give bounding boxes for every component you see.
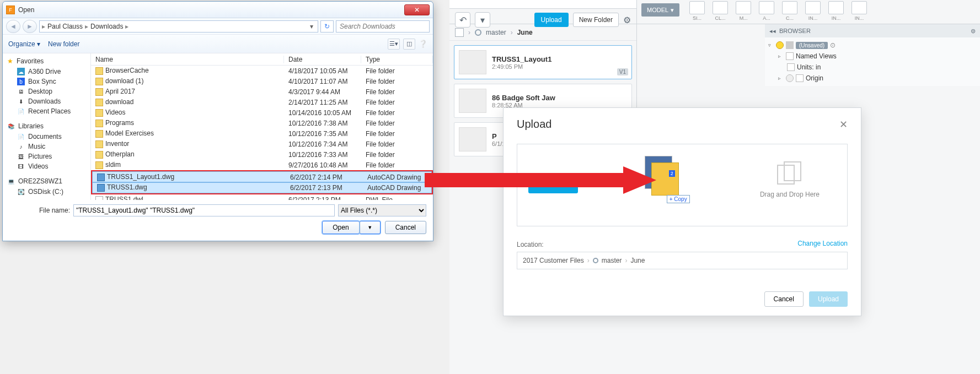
nav-documents[interactable]: 📄Documents (3, 132, 90, 142)
tree-origin[interactable]: ▹Origin (768, 73, 977, 84)
nav-music[interactable]: ♪Music (3, 142, 90, 151)
select-files-button[interactable]: Select Files (528, 177, 578, 193)
file-row[interactable]: Model Exercises 10/12/2016 7:35 AM File … (91, 128, 433, 139)
help-icon[interactable]: ❔ (419, 40, 427, 48)
filename-label: File name: (9, 207, 70, 214)
tree-named-views[interactable]: ▹Named Views (768, 51, 977, 62)
view-menu[interactable]: ☰▾ (388, 39, 400, 50)
file-row[interactable]: TRUSS1_Layout1.dwg 6/2/2017 2:14 PM Auto… (93, 172, 431, 182)
upload-modal: Upload ✕ Select Files or 2 + Copy Drag a… (503, 107, 861, 316)
col-date[interactable]: Date (284, 56, 361, 63)
tree-root[interactable]: ▿(Unsaved)⊙ (768, 40, 977, 51)
branch-icon (475, 29, 481, 36)
file-row[interactable]: TRUSS1.dwl 6/2/2017 2:13 PM DWL File (91, 194, 433, 200)
dialog-toolbar: Organize ▾ New folder ☰▾ ◫ ❔ (3, 35, 433, 53)
home-icon[interactable] (455, 28, 464, 37)
tree-units[interactable]: Units: in (768, 62, 977, 73)
upload-submit-button[interactable]: Upload (809, 291, 848, 307)
refresh-button[interactable]: ↻ (320, 20, 334, 32)
close-button[interactable]: ✕ (404, 4, 430, 15)
window-title: Open (18, 6, 404, 14)
nav-box[interactable]: bBox Sync (3, 77, 90, 86)
file-row[interactable]: April 2017 4/3/2017 9:44 AM File folder (91, 86, 433, 97)
file-row[interactable]: sldim 9/27/2016 10:48 AM File folder (91, 160, 433, 170)
ribbon-tool[interactable]: A... (756, 1, 778, 21)
nav-recent[interactable]: 📄Recent Places (3, 106, 90, 116)
crumb-user[interactable]: Paul Clauss (45, 23, 85, 30)
cancel-button[interactable]: Cancel (385, 221, 426, 234)
change-location-link[interactable]: Change Location (797, 240, 848, 247)
file-list: Name Date Type BrowserCache 4/18/2017 10… (91, 53, 433, 200)
data-breadcrumb: › master› June (449, 24, 636, 41)
card-thumbnail (459, 89, 486, 113)
browser-panel: ◂◂ BROWSER ⊜ ▿(Unsaved)⊙ ▹Named Views Un… (765, 24, 980, 86)
drop-zone[interactable]: Select Files or 2 + Copy Drag and Drop H… (517, 144, 848, 226)
file-row[interactable]: download 2/14/2017 11:25 AM File folder (91, 97, 433, 107)
file-row[interactable]: download (1) 4/10/2017 11:07 AM File fol… (91, 76, 433, 86)
open-dropdown[interactable]: ▼ (360, 221, 381, 234)
nav-a360[interactable]: ☁A360 Drive (3, 67, 90, 77)
filter-select[interactable]: All Files (*.*) (338, 204, 426, 216)
file-row[interactable]: Videos 10/14/2016 10:05 AM File folder (91, 107, 433, 118)
file-row[interactable]: TRUSS1.dwg 6/2/2017 2:13 PM AutoCAD Draw… (93, 182, 431, 193)
copy-tooltip: + Copy (667, 195, 690, 203)
crumb-june[interactable]: June (517, 29, 533, 36)
app-icon: F (6, 6, 15, 14)
open-file-dialog: F Open ✕ ◄ ► ▸ Paul Clauss ▸ Downloads ▸… (2, 1, 433, 241)
browser-collapse-icon[interactable]: ◂◂ (769, 28, 776, 35)
workspace-switcher[interactable]: MODEL ▾ (641, 3, 679, 17)
browser-title: BROWSER (779, 28, 811, 34)
crumb-master[interactable]: master (486, 29, 506, 36)
drop-icon (773, 161, 806, 187)
back-button[interactable]: ◄ (6, 20, 20, 33)
ribbon-tool[interactable]: C... (779, 1, 801, 21)
nav-computer[interactable]: 💻ORE2ZS8WZ1 (3, 176, 90, 187)
design-card[interactable]: TRUSS1_Layout12:49:05 PM V1 (454, 45, 632, 79)
file-row[interactable]: BrowserCache 4/18/2017 10:05 AM File fol… (91, 66, 433, 76)
filename-input[interactable] (73, 204, 335, 216)
address-dropdown-icon[interactable]: ▾ (308, 23, 315, 30)
ribbon-tool[interactable]: CL... (709, 1, 731, 21)
ribbon-tool[interactable]: IN... (825, 1, 847, 21)
forward-button[interactable]: ► (23, 20, 37, 33)
ribbon-tool[interactable]: IN... (848, 1, 870, 21)
nav-row: ◄ ► ▸ Paul Clauss ▸ Downloads ▸ ▾ ↻ (3, 18, 433, 35)
col-name[interactable]: Name (91, 56, 284, 63)
ribbon-tool[interactable]: SI... (686, 1, 708, 21)
card-thumbnail (459, 50, 486, 74)
open-button[interactable]: Open (322, 221, 359, 234)
nav-videos[interactable]: 🎞Videos (3, 161, 90, 171)
nav-desktop[interactable]: 🖥Desktop (3, 86, 90, 96)
data-panel-tabs[interactable] (449, 0, 636, 9)
file-row[interactable]: Otherplan 10/12/2016 7:33 AM File folder (91, 149, 433, 160)
col-type[interactable]: Type (361, 56, 433, 63)
ribbon: MODEL ▾ SI...CL...M...A...C...IN...IN...… (637, 0, 980, 24)
titlebar[interactable]: F Open ✕ (3, 2, 433, 18)
search-input[interactable] (336, 20, 430, 32)
nav-pane: ★Favorites ☁A360 Drive bBox Sync 🖥Deskto… (3, 53, 91, 200)
crumb-folder[interactable]: Downloads (88, 23, 125, 30)
upload-cancel-button[interactable]: Cancel (764, 291, 804, 307)
nav-osdisk[interactable]: 💽OSDisk (C:) (3, 187, 90, 197)
upload-title: Upload (517, 118, 839, 131)
ribbon-tool[interactable]: M... (732, 1, 754, 21)
branch-icon (593, 258, 598, 263)
preview-pane-toggle[interactable]: ◫ (403, 39, 415, 50)
nav-pictures[interactable]: 🖼Pictures (3, 151, 90, 161)
address-bar[interactable]: ▸ Paul Clauss ▸ Downloads ▸ ▾ (39, 20, 318, 32)
file-row[interactable]: Programs 10/12/2016 7:38 AM File folder (91, 118, 433, 128)
file-list-header[interactable]: Name Date Type (91, 53, 433, 66)
location-path: 2017 Customer Files› master› June (517, 252, 848, 269)
browser-settings-icon[interactable]: ⊜ (971, 28, 976, 35)
card-thumbnail (459, 127, 486, 151)
close-icon[interactable]: ✕ (839, 118, 848, 131)
ribbon-tool[interactable]: IN... (802, 1, 824, 21)
file-row[interactable]: Inventor 10/12/2016 7:34 AM File folder (91, 139, 433, 149)
nav-downloads[interactable]: ⬇Downloads (3, 96, 90, 106)
nav-favorites[interactable]: ★Favorites (3, 56, 90, 67)
or-label: or (595, 181, 601, 189)
nav-libraries[interactable]: 📚Libraries (3, 121, 90, 132)
newfolder-button[interactable]: New folder (48, 40, 79, 48)
gear-icon[interactable]: ⚙ (623, 15, 631, 25)
organize-menu[interactable]: Organize ▾ (8, 40, 40, 48)
